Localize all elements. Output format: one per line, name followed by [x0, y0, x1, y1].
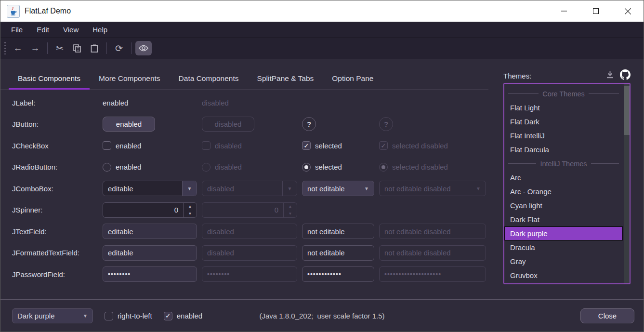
theme-item-flat-light[interactable]: Flat Light [504, 101, 623, 115]
eye-icon [139, 45, 148, 52]
theme-selector-combobox[interactable]: Dark purple ▼ [12, 308, 93, 323]
jcombobox-row-label: JComboBox: [12, 185, 98, 193]
jformattedtextfield-row-label: JFormattedTextField: [12, 249, 98, 257]
jlabel-row: JLabel: enabled disabled [12, 92, 486, 114]
window-controls [548, 0, 644, 22]
theme-item-flat-intellij[interactable]: Flat IntelliJ [504, 129, 623, 143]
combobox-disabled: disabled▼ [202, 181, 297, 196]
checkbox-icon [202, 141, 210, 150]
toolbar-separator [106, 42, 107, 54]
forward-button[interactable]: → [27, 41, 43, 55]
password-field-editable[interactable]: •••••••• [103, 266, 197, 282]
close-window-button[interactable] [612, 0, 644, 22]
theme-item-flat-darcula[interactable]: Flat Darcula [504, 143, 623, 157]
radio-selected-disabled: selected disabled [379, 163, 486, 172]
combobox-not-editable-disabled: not editable disabled▼ [379, 181, 486, 196]
jcheckbox-row: JCheckBox enabled disabled ✓selected ✓se… [12, 135, 486, 157]
jspinner-row: JSpinner: 0 ▲▼ 0 ▲▼ [12, 199, 486, 221]
tab-basic-components[interactable]: Basic Components [9, 67, 90, 90]
theme-item-flat-dark[interactable]: Flat Dark [504, 115, 623, 129]
show-hidden-toggle-button[interactable] [135, 41, 152, 55]
github-icon[interactable] [620, 69, 631, 82]
tab-data-components[interactable]: Data Components [170, 67, 248, 90]
themes-group-intellij: IntelliJ Themes [504, 157, 623, 171]
titlebar: FlatLaf Demo [0, 0, 644, 22]
radio-enabled[interactable]: enabled [103, 163, 197, 172]
themes-label: Themes: [503, 72, 531, 80]
jtextfield-row-label: JTextField: [12, 227, 98, 236]
tab-bar: Basic Components More Components Data Co… [9, 67, 383, 90]
toolbar-separator [47, 42, 48, 54]
help-button-disabled: ? [379, 117, 393, 131]
textfield-editable[interactable]: editable [103, 224, 197, 239]
menubar: File Edit View Help [0, 22, 644, 38]
copy-button[interactable] [69, 41, 85, 55]
checkbox-checked-icon: ✓ [164, 312, 172, 320]
radio-icon [103, 163, 111, 172]
spinner-down-icon[interactable]: ▼ [184, 210, 197, 217]
combobox-editable[interactable]: editable▼ [103, 181, 197, 196]
jradiobutton-row-label: JRadioButton: [12, 163, 98, 171]
textfield-not-editable: not editable [302, 224, 374, 239]
theme-item-dracula[interactable]: Dracula [504, 240, 623, 254]
checkbox-checked-icon: ✓ [379, 141, 388, 150]
theme-item-cyan-light[interactable]: Cyan light [504, 199, 623, 212]
scrollbar-thumb[interactable] [624, 86, 630, 135]
spinner-up-icon: ▲ [284, 203, 297, 210]
status-text: (Java 1.8.0_202; user scale factor 1.5) [0, 312, 644, 320]
chevron-down-icon: ▼ [282, 181, 297, 196]
refresh-button[interactable]: ⟳ [111, 41, 127, 55]
download-icon[interactable] [606, 71, 614, 80]
textfield-disabled: disabled [202, 224, 297, 239]
minimize-button[interactable] [548, 0, 580, 22]
password-field-not-editable-disabled: •••••••••••••••••••• [379, 266, 486, 282]
menu-view[interactable]: View [57, 24, 84, 36]
enabled-checkbox[interactable]: ✓ enabled [164, 312, 202, 320]
jformattedtextfield-row: JFormattedTextField: editable disabled n… [12, 242, 486, 264]
back-button[interactable]: ← [10, 41, 26, 55]
formatted-textfield-editable[interactable]: editable [103, 245, 197, 261]
checkbox-enabled[interactable]: enabled [103, 141, 197, 150]
tab-option-pane[interactable]: Option Pane [323, 67, 382, 90]
spinner-up-icon[interactable]: ▲ [184, 203, 197, 210]
spinner-disabled: 0 ▲▼ [202, 202, 297, 218]
radio-selected-icon [302, 163, 311, 172]
radio-disabled: disabled [202, 163, 297, 172]
menu-file[interactable]: File [5, 24, 28, 36]
jradiobutton-row: JRadioButton: enabled disabled selected … [12, 157, 486, 178]
combobox-not-editable[interactable]: not editable▼ [302, 181, 374, 196]
jspinner-row-label: JSpinner: [12, 206, 98, 214]
toolbar-grip-handle[interactable] [4, 42, 6, 54]
cut-button[interactable]: ✂ [52, 41, 68, 55]
maximize-button[interactable] [580, 0, 612, 22]
right-to-left-checkbox[interactable]: right-to-left [105, 312, 152, 320]
enabled-button[interactable]: enabled [103, 117, 155, 132]
theme-item-arc-orange[interactable]: Arc - Orange [504, 185, 623, 199]
themes-header: Themes: [503, 69, 631, 82]
menu-help[interactable]: Help [87, 24, 113, 36]
checkbox-selected-disabled: ✓selected disabled [379, 141, 486, 150]
close-button[interactable]: Close [580, 308, 634, 323]
components-grid: JLabel: enabled disabled JButton: enable… [12, 92, 486, 285]
theme-item-gruvbox[interactable]: Gruvbox [504, 268, 623, 282]
jlabel-enabled: enabled [103, 99, 197, 107]
spinner-down-icon: ▼ [284, 210, 297, 217]
radio-selected[interactable]: selected [302, 163, 374, 172]
checkbox-selected[interactable]: ✓selected [302, 141, 374, 150]
spinner-arrows[interactable]: ▲▼ [183, 203, 197, 217]
refresh-icon: ⟳ [115, 43, 123, 54]
menu-edit[interactable]: Edit [31, 24, 55, 36]
spinner-enabled[interactable]: 0 ▲▼ [103, 202, 197, 218]
theme-item-arc[interactable]: Arc [504, 171, 623, 185]
checkbox-disabled: disabled [202, 141, 297, 150]
tab-splitpane-tabs[interactable]: SplitPane & Tabs [248, 67, 323, 90]
chevron-down-icon[interactable]: ▼ [182, 181, 197, 196]
paste-button[interactable] [86, 41, 103, 55]
theme-item-dark-flat[interactable]: Dark Flat [504, 212, 623, 226]
themes-scrollbar[interactable] [624, 84, 630, 283]
help-button[interactable]: ? [302, 117, 316, 131]
tab-more-components[interactable]: More Components [90, 67, 170, 90]
formatted-textfield-not-editable-disabled: not editable disabled [379, 245, 486, 261]
theme-item-dark-purple[interactable]: Dark purple [504, 226, 623, 240]
theme-item-gray[interactable]: Gray [504, 254, 623, 268]
